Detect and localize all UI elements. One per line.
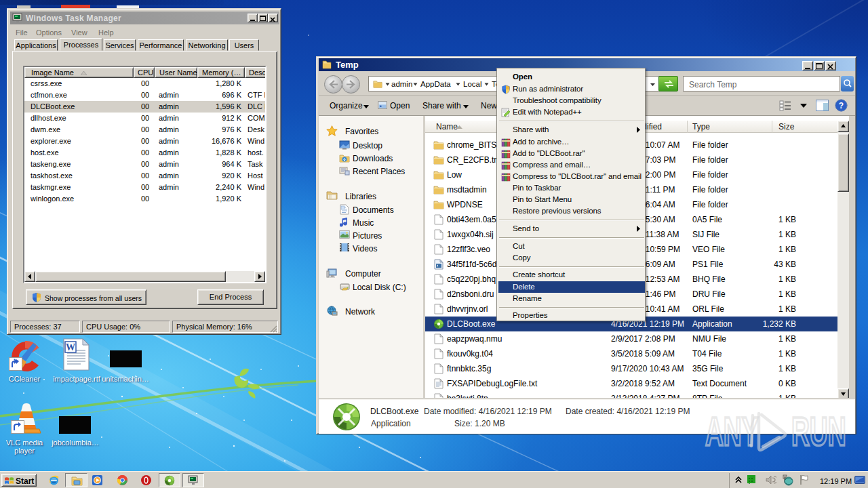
svg-text:?: ? (839, 101, 844, 110)
svg-text:W: W (66, 342, 75, 352)
